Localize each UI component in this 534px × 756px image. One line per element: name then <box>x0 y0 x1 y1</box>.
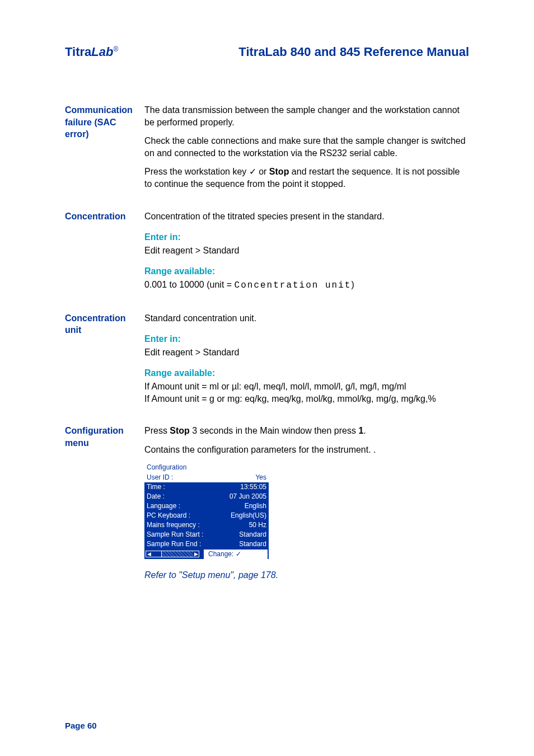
text: 0.001 to 10000 (unit = <box>144 280 235 289</box>
paragraph: Press the workstation key ✓ or Stop and … <box>144 166 469 190</box>
screenshot-row: Language : English <box>144 501 269 511</box>
document-title: TitraLab 840 and 845 Reference Manual <box>238 45 469 59</box>
page-header: TitraLab® TitraLab 840 and 845 Reference… <box>65 45 469 59</box>
entry-configuration-menu: Configuration menu Press Stop 3 seconds … <box>65 425 469 581</box>
entry-body: Standard concentration unit. Enter in: E… <box>144 312 469 405</box>
brand-suffix: Lab <box>91 45 113 59</box>
page-number: Page 60 <box>65 721 97 730</box>
screenshot-row: Mains frequency : 50 Hz <box>144 520 269 530</box>
text: Press <box>144 426 170 435</box>
entry-label: Concentration <box>65 210 144 292</box>
row-value: 07 Jun 2005 <box>229 492 266 501</box>
row-key: Sample Run End : <box>147 539 201 549</box>
entry-body: Concentration of the titrated species pr… <box>144 210 469 292</box>
scroll-left-icon: ◀ <box>146 551 152 557</box>
scrollbar: ◀ ▶ <box>146 551 199 557</box>
paragraph: The data transmission between the sample… <box>144 104 469 128</box>
screenshot-row: Time : 13:55:05 <box>144 482 269 492</box>
row-key: Sample Run Start : <box>147 530 203 539</box>
screenshot-row: Sample Run End : Standard <box>144 539 269 549</box>
row-key: Language : <box>147 501 180 511</box>
entry-label: Configuration menu <box>65 425 144 581</box>
paragraph: Press Stop 3 seconds in the Main window … <box>144 425 469 437</box>
row-value: 50 Hz <box>249 520 266 530</box>
row-value: English(US) <box>231 511 266 520</box>
scroll-thumb <box>152 551 162 557</box>
row-value: Standard <box>239 539 266 549</box>
enter-in-text: Edit reagent > Standard <box>144 346 469 359</box>
range-text: If Amount unit = ml or µl: eq/l, meq/l, … <box>144 381 469 405</box>
screenshot-footer: ◀ ▶ Change: ✓ <box>144 549 269 559</box>
row-value: English <box>245 501 266 511</box>
enter-in-label: Enter in: <box>144 333 469 345</box>
screenshot-row: Date : 07 Jun 2005 <box>144 492 269 501</box>
brand-reg: ® <box>113 45 118 53</box>
brand-logo: TitraLab® <box>65 45 118 59</box>
entry-label: Communication failure (SAC error) <box>65 104 144 190</box>
entry-concentration-unit: Concentration unit Standard concentratio… <box>65 312 469 405</box>
screenshot-row: PC Keyboard : English(US) <box>144 511 269 520</box>
entry-label: Concentration unit <box>65 312 144 405</box>
row-key: User ID : <box>147 473 173 482</box>
key-1: 1 <box>358 426 363 435</box>
key-stop: Stop <box>170 426 190 435</box>
enter-in-label: Enter in: <box>144 231 469 243</box>
row-key: Date : <box>147 492 165 501</box>
paragraph: Concentration of the titrated species pr… <box>144 210 469 223</box>
paragraph: Check the cable connections and make sur… <box>144 135 469 159</box>
range-label: Range available: <box>144 265 469 278</box>
entry-body: Press Stop 3 seconds in the Main window … <box>144 425 469 581</box>
range-label: Range available: <box>144 367 469 379</box>
row-value: Yes <box>255 473 266 482</box>
text: 3 seconds in the Main window then press <box>190 426 359 435</box>
reference-link[interactable]: Refer to "Setup menu", page 178. <box>144 569 469 581</box>
row-value: Standard <box>239 530 266 539</box>
text: ) <box>351 280 354 289</box>
screenshot-footer-label: Change: ✓ <box>204 550 268 559</box>
text: . <box>363 426 366 435</box>
configuration-screenshot: Configuration User ID : Yes Time : 13:55… <box>144 462 269 559</box>
range-text: 0.001 to 10000 (unit = Concentration uni… <box>144 279 469 292</box>
brand-prefix: Titra <box>65 45 91 59</box>
entry-body: The data transmission between the sample… <box>144 104 469 190</box>
text: Press the workstation key ✓ or <box>144 167 269 176</box>
screenshot-row-selected: User ID : Yes <box>144 473 269 482</box>
row-key: Mains frequency : <box>147 520 200 530</box>
screenshot-row: Sample Run Start : Standard <box>144 530 269 539</box>
row-key: Time : <box>147 482 165 492</box>
screenshot-title: Configuration <box>144 462 269 473</box>
enter-in-text: Edit reagent > Standard <box>144 245 469 257</box>
entry-communication-failure: Communication failure (SAC error) The da… <box>65 104 469 190</box>
paragraph: Standard concentration unit. <box>144 312 469 325</box>
scroll-right-icon: ▶ <box>193 551 199 557</box>
entry-concentration: Concentration Concentration of the titra… <box>65 210 469 292</box>
mono-text: Concentration unit <box>235 280 352 290</box>
paragraph: Contains the configuration parameters fo… <box>144 444 469 456</box>
row-key: PC Keyboard : <box>147 511 190 520</box>
key-stop: Stop <box>269 167 289 176</box>
row-value: 13:55:05 <box>240 482 266 492</box>
